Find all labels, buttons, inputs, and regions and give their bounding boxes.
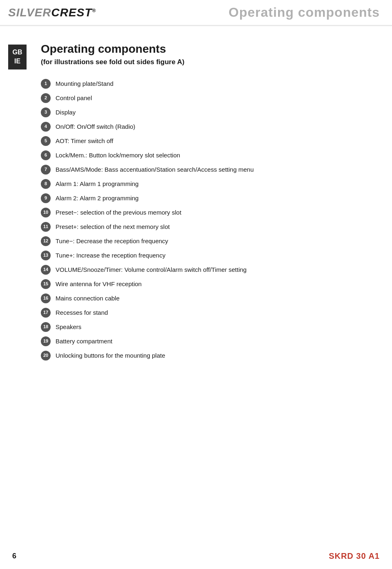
- list-item: 13Tune+: Increase the reception frequenc…: [41, 250, 380, 260]
- list-item: 14VOLUME/Snooze/Timer: Volume control/Al…: [41, 264, 380, 275]
- model-number: SKRD 30 A1: [329, 551, 380, 561]
- list-item: 15Wire antenna for VHF reception: [41, 279, 380, 289]
- list-item: 20Unlocking buttons for the mounting pla…: [41, 350, 380, 361]
- item-badge: 14: [41, 265, 51, 275]
- list-item: 19Battery compartment: [41, 336, 380, 346]
- list-item: 17Recesses for stand: [41, 307, 380, 318]
- list-item: 2Control panel: [41, 93, 380, 103]
- item-badge: 6: [41, 150, 51, 160]
- item-text: AOT: Timer switch off: [56, 136, 380, 145]
- item-text: Control panel: [56, 93, 380, 102]
- list-item: 1Mounting plate/Stand: [41, 78, 380, 89]
- item-badge: 4: [41, 122, 51, 132]
- logo-area: SilverCrest®: [8, 6, 96, 19]
- page-body: GB IE Operating components (for illustra…: [0, 26, 392, 381]
- list-item: 6Lock/Mem.: Button lock/memory slot sele…: [41, 150, 380, 160]
- item-text: Recesses for stand: [56, 307, 380, 317]
- item-badge: 12: [41, 236, 51, 246]
- item-text: Preset+: selection of the next memory sl…: [56, 222, 380, 231]
- country-code-gb: GB: [13, 48, 22, 57]
- item-badge: 3: [41, 108, 51, 117]
- page-main-title: Operating components: [41, 43, 380, 56]
- item-badge: 8: [41, 179, 51, 189]
- list-item: 7Bass/AMS/Mode: Bass accentuation/Statio…: [41, 164, 380, 175]
- list-item: 10Preset−: selection of the previous mem…: [41, 207, 380, 217]
- item-text: Tune+: Increase the reception frequency: [56, 250, 380, 260]
- item-text: Alarm 1: Alarm 1 programming: [56, 179, 380, 188]
- item-badge: 5: [41, 136, 51, 146]
- item-text: Unlocking buttons for the mounting plate: [56, 350, 380, 360]
- list-item: 12Tune−: Decrease the reception frequenc…: [41, 236, 380, 246]
- item-badge: 18: [41, 322, 51, 332]
- item-text: Preset−: selection of the previous memor…: [56, 207, 380, 217]
- item-badge: 13: [41, 251, 51, 260]
- item-text: Battery compartment: [56, 336, 380, 345]
- item-text: Display: [56, 107, 380, 116]
- item-badge: 10: [41, 208, 51, 217]
- item-badge: 9: [41, 193, 51, 203]
- item-text: Alarm 2: Alarm 2 programming: [56, 193, 380, 202]
- item-text: Bass/AMS/Mode: Bass accentuation/Station…: [56, 164, 380, 174]
- item-text: VOLUME/Snooze/Timer: Volume control/Alar…: [56, 264, 380, 274]
- list-item: 5AOT: Timer switch off: [41, 136, 380, 146]
- item-badge: 16: [41, 293, 51, 303]
- list-item: 3Display: [41, 107, 380, 117]
- country-codes: GB IE: [8, 45, 27, 69]
- item-text: On/Off: On/Off switch (Radio): [56, 121, 380, 131]
- item-text: Tune−: Decrease the reception frequency: [56, 236, 380, 245]
- header-title: Operating components: [229, 5, 380, 20]
- item-badge: 1: [41, 79, 51, 89]
- item-badge: 19: [41, 336, 51, 346]
- list-item: 11Preset+: selection of the next memory …: [41, 222, 380, 232]
- item-badge: 17: [41, 308, 51, 318]
- main-content: Operating components (for illustrations …: [33, 43, 380, 365]
- item-badge: 11: [41, 222, 51, 232]
- brand-logo: SilverCrest®: [8, 6, 96, 19]
- item-badge: 7: [41, 165, 51, 175]
- list-item: 8Alarm 1: Alarm 1 programming: [41, 179, 380, 189]
- registered-mark: ®: [92, 7, 96, 13]
- country-code-ie: IE: [14, 57, 20, 66]
- footer: 6 SKRD 30 A1: [0, 551, 392, 561]
- list-item: 9Alarm 2: Alarm 2 programming: [41, 193, 380, 203]
- item-badge: 20: [41, 351, 51, 361]
- item-text: Mounting plate/Stand: [56, 78, 380, 88]
- item-badge: 15: [41, 279, 51, 289]
- page-header: SilverCrest® Operating components: [0, 0, 392, 26]
- item-text: Mains connection cable: [56, 293, 380, 302]
- list-item: 16Mains connection cable: [41, 293, 380, 303]
- list-item: 4On/Off: On/Off switch (Radio): [41, 121, 380, 132]
- item-badge: 2: [41, 93, 51, 103]
- components-list: 1Mounting plate/Stand2Control panel3Disp…: [41, 78, 380, 361]
- list-item: 18Speakers: [41, 322, 380, 332]
- subtitle: (for illustrations see fold out sides fi…: [41, 58, 380, 66]
- sidebar: GB IE: [8, 43, 33, 365]
- page-number: 6: [12, 552, 16, 560]
- item-text: Wire antenna for VHF reception: [56, 279, 380, 288]
- item-text: Lock/Mem.: Button lock/memory slot selec…: [56, 150, 380, 159]
- item-text: Speakers: [56, 322, 380, 331]
